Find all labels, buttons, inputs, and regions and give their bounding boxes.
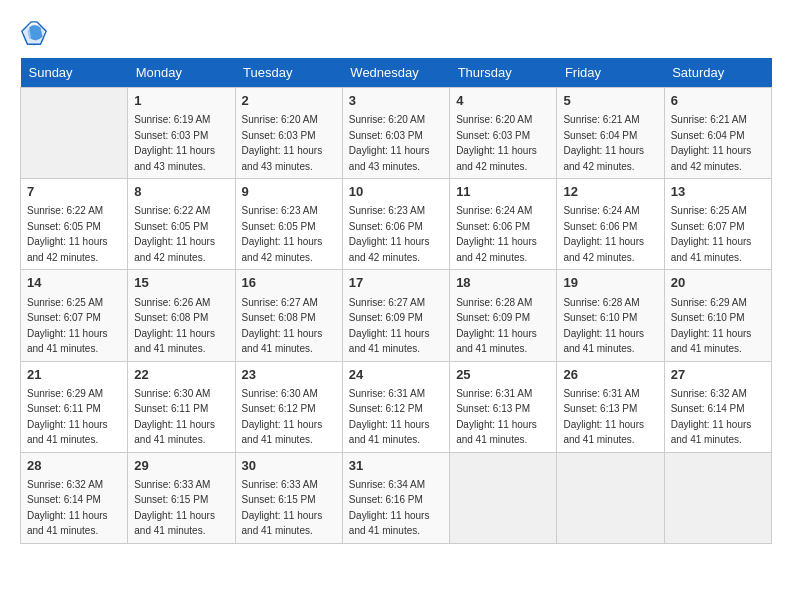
calendar-cell: 9Sunrise: 6:23 AM Sunset: 6:05 PM Daylig… bbox=[235, 179, 342, 270]
day-info: Sunrise: 6:22 AM Sunset: 6:05 PM Dayligh… bbox=[134, 205, 215, 263]
day-info: Sunrise: 6:31 AM Sunset: 6:13 PM Dayligh… bbox=[456, 388, 537, 446]
calendar-cell: 16Sunrise: 6:27 AM Sunset: 6:08 PM Dayli… bbox=[235, 270, 342, 361]
calendar-cell: 25Sunrise: 6:31 AM Sunset: 6:13 PM Dayli… bbox=[450, 361, 557, 452]
day-number: 2 bbox=[242, 92, 336, 110]
day-info: Sunrise: 6:34 AM Sunset: 6:16 PM Dayligh… bbox=[349, 479, 430, 537]
calendar-cell: 31Sunrise: 6:34 AM Sunset: 6:16 PM Dayli… bbox=[342, 452, 449, 543]
calendar-cell: 20Sunrise: 6:29 AM Sunset: 6:10 PM Dayli… bbox=[664, 270, 771, 361]
day-number: 9 bbox=[242, 183, 336, 201]
day-header-sunday: Sunday bbox=[21, 58, 128, 88]
day-number: 22 bbox=[134, 366, 228, 384]
day-info: Sunrise: 6:21 AM Sunset: 6:04 PM Dayligh… bbox=[671, 114, 752, 172]
calendar-cell: 18Sunrise: 6:28 AM Sunset: 6:09 PM Dayli… bbox=[450, 270, 557, 361]
day-info: Sunrise: 6:19 AM Sunset: 6:03 PM Dayligh… bbox=[134, 114, 215, 172]
day-info: Sunrise: 6:26 AM Sunset: 6:08 PM Dayligh… bbox=[134, 297, 215, 355]
calendar-cell: 22Sunrise: 6:30 AM Sunset: 6:11 PM Dayli… bbox=[128, 361, 235, 452]
calendar-cell: 2Sunrise: 6:20 AM Sunset: 6:03 PM Daylig… bbox=[235, 88, 342, 179]
day-header-saturday: Saturday bbox=[664, 58, 771, 88]
day-number: 28 bbox=[27, 457, 121, 475]
calendar-cell: 23Sunrise: 6:30 AM Sunset: 6:12 PM Dayli… bbox=[235, 361, 342, 452]
calendar-cell bbox=[557, 452, 664, 543]
day-info: Sunrise: 6:28 AM Sunset: 6:09 PM Dayligh… bbox=[456, 297, 537, 355]
calendar-week-row: 21Sunrise: 6:29 AM Sunset: 6:11 PM Dayli… bbox=[21, 361, 772, 452]
day-info: Sunrise: 6:29 AM Sunset: 6:10 PM Dayligh… bbox=[671, 297, 752, 355]
calendar-cell: 28Sunrise: 6:32 AM Sunset: 6:14 PM Dayli… bbox=[21, 452, 128, 543]
day-number: 6 bbox=[671, 92, 765, 110]
day-header-tuesday: Tuesday bbox=[235, 58, 342, 88]
day-info: Sunrise: 6:21 AM Sunset: 6:04 PM Dayligh… bbox=[563, 114, 644, 172]
day-info: Sunrise: 6:31 AM Sunset: 6:13 PM Dayligh… bbox=[563, 388, 644, 446]
calendar-week-row: 1Sunrise: 6:19 AM Sunset: 6:03 PM Daylig… bbox=[21, 88, 772, 179]
day-number: 3 bbox=[349, 92, 443, 110]
calendar-cell: 1Sunrise: 6:19 AM Sunset: 6:03 PM Daylig… bbox=[128, 88, 235, 179]
day-info: Sunrise: 6:23 AM Sunset: 6:06 PM Dayligh… bbox=[349, 205, 430, 263]
calendar-cell: 7Sunrise: 6:22 AM Sunset: 6:05 PM Daylig… bbox=[21, 179, 128, 270]
day-info: Sunrise: 6:23 AM Sunset: 6:05 PM Dayligh… bbox=[242, 205, 323, 263]
day-info: Sunrise: 6:30 AM Sunset: 6:12 PM Dayligh… bbox=[242, 388, 323, 446]
day-info: Sunrise: 6:27 AM Sunset: 6:08 PM Dayligh… bbox=[242, 297, 323, 355]
day-number: 23 bbox=[242, 366, 336, 384]
page-header bbox=[20, 20, 772, 48]
day-number: 31 bbox=[349, 457, 443, 475]
day-number: 5 bbox=[563, 92, 657, 110]
calendar-cell: 30Sunrise: 6:33 AM Sunset: 6:15 PM Dayli… bbox=[235, 452, 342, 543]
day-info: Sunrise: 6:22 AM Sunset: 6:05 PM Dayligh… bbox=[27, 205, 108, 263]
calendar-cell: 8Sunrise: 6:22 AM Sunset: 6:05 PM Daylig… bbox=[128, 179, 235, 270]
calendar-week-row: 7Sunrise: 6:22 AM Sunset: 6:05 PM Daylig… bbox=[21, 179, 772, 270]
calendar-header-row: SundayMondayTuesdayWednesdayThursdayFrid… bbox=[21, 58, 772, 88]
day-header-monday: Monday bbox=[128, 58, 235, 88]
calendar-week-row: 14Sunrise: 6:25 AM Sunset: 6:07 PM Dayli… bbox=[21, 270, 772, 361]
calendar-cell: 5Sunrise: 6:21 AM Sunset: 6:04 PM Daylig… bbox=[557, 88, 664, 179]
day-number: 12 bbox=[563, 183, 657, 201]
day-number: 1 bbox=[134, 92, 228, 110]
day-number: 7 bbox=[27, 183, 121, 201]
calendar-table: SundayMondayTuesdayWednesdayThursdayFrid… bbox=[20, 58, 772, 544]
day-info: Sunrise: 6:33 AM Sunset: 6:15 PM Dayligh… bbox=[242, 479, 323, 537]
calendar-cell: 6Sunrise: 6:21 AM Sunset: 6:04 PM Daylig… bbox=[664, 88, 771, 179]
day-number: 10 bbox=[349, 183, 443, 201]
day-info: Sunrise: 6:24 AM Sunset: 6:06 PM Dayligh… bbox=[456, 205, 537, 263]
day-number: 25 bbox=[456, 366, 550, 384]
day-number: 26 bbox=[563, 366, 657, 384]
calendar-cell: 13Sunrise: 6:25 AM Sunset: 6:07 PM Dayli… bbox=[664, 179, 771, 270]
day-number: 19 bbox=[563, 274, 657, 292]
calendar-cell bbox=[450, 452, 557, 543]
day-number: 24 bbox=[349, 366, 443, 384]
calendar-cell: 19Sunrise: 6:28 AM Sunset: 6:10 PM Dayli… bbox=[557, 270, 664, 361]
calendar-cell: 21Sunrise: 6:29 AM Sunset: 6:11 PM Dayli… bbox=[21, 361, 128, 452]
day-info: Sunrise: 6:20 AM Sunset: 6:03 PM Dayligh… bbox=[456, 114, 537, 172]
day-number: 30 bbox=[242, 457, 336, 475]
calendar-cell bbox=[21, 88, 128, 179]
day-info: Sunrise: 6:32 AM Sunset: 6:14 PM Dayligh… bbox=[671, 388, 752, 446]
day-number: 16 bbox=[242, 274, 336, 292]
calendar-cell: 4Sunrise: 6:20 AM Sunset: 6:03 PM Daylig… bbox=[450, 88, 557, 179]
calendar-cell: 12Sunrise: 6:24 AM Sunset: 6:06 PM Dayli… bbox=[557, 179, 664, 270]
calendar-cell: 29Sunrise: 6:33 AM Sunset: 6:15 PM Dayli… bbox=[128, 452, 235, 543]
day-info: Sunrise: 6:25 AM Sunset: 6:07 PM Dayligh… bbox=[27, 297, 108, 355]
day-number: 27 bbox=[671, 366, 765, 384]
day-info: Sunrise: 6:28 AM Sunset: 6:10 PM Dayligh… bbox=[563, 297, 644, 355]
day-number: 20 bbox=[671, 274, 765, 292]
day-info: Sunrise: 6:31 AM Sunset: 6:12 PM Dayligh… bbox=[349, 388, 430, 446]
day-number: 4 bbox=[456, 92, 550, 110]
calendar-cell: 14Sunrise: 6:25 AM Sunset: 6:07 PM Dayli… bbox=[21, 270, 128, 361]
calendar-cell: 26Sunrise: 6:31 AM Sunset: 6:13 PM Dayli… bbox=[557, 361, 664, 452]
calendar-cell: 24Sunrise: 6:31 AM Sunset: 6:12 PM Dayli… bbox=[342, 361, 449, 452]
day-number: 18 bbox=[456, 274, 550, 292]
day-header-thursday: Thursday bbox=[450, 58, 557, 88]
logo bbox=[20, 20, 52, 48]
day-info: Sunrise: 6:25 AM Sunset: 6:07 PM Dayligh… bbox=[671, 205, 752, 263]
day-header-wednesday: Wednesday bbox=[342, 58, 449, 88]
day-number: 29 bbox=[134, 457, 228, 475]
calendar-cell: 10Sunrise: 6:23 AM Sunset: 6:06 PM Dayli… bbox=[342, 179, 449, 270]
logo-icon bbox=[20, 20, 48, 48]
day-info: Sunrise: 6:20 AM Sunset: 6:03 PM Dayligh… bbox=[242, 114, 323, 172]
day-info: Sunrise: 6:29 AM Sunset: 6:11 PM Dayligh… bbox=[27, 388, 108, 446]
calendar-cell: 17Sunrise: 6:27 AM Sunset: 6:09 PM Dayli… bbox=[342, 270, 449, 361]
calendar-week-row: 28Sunrise: 6:32 AM Sunset: 6:14 PM Dayli… bbox=[21, 452, 772, 543]
calendar-cell: 11Sunrise: 6:24 AM Sunset: 6:06 PM Dayli… bbox=[450, 179, 557, 270]
day-info: Sunrise: 6:30 AM Sunset: 6:11 PM Dayligh… bbox=[134, 388, 215, 446]
day-number: 11 bbox=[456, 183, 550, 201]
day-info: Sunrise: 6:24 AM Sunset: 6:06 PM Dayligh… bbox=[563, 205, 644, 263]
day-info: Sunrise: 6:20 AM Sunset: 6:03 PM Dayligh… bbox=[349, 114, 430, 172]
